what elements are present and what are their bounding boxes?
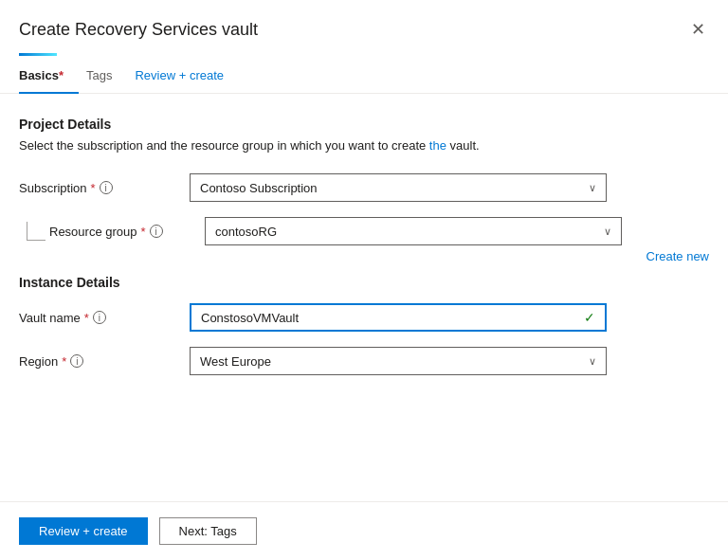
resource-group-label: Resource group * i bbox=[49, 225, 163, 239]
vault-name-group: Vault name * i ConstosoVMVault ✓ bbox=[19, 303, 709, 332]
region-group: Region * i West Europe ∨ bbox=[19, 347, 709, 375]
vault-name-info-icon[interactable]: i bbox=[93, 311, 106, 324]
region-dropdown[interactable]: West Europe ∨ bbox=[190, 347, 607, 375]
vault-name-label: Vault name * i bbox=[19, 311, 190, 325]
tree-connector bbox=[27, 222, 46, 241]
create-vault-dialog: Create Recovery Services vault ✕ Basics*… bbox=[0, 0, 728, 560]
tab-basics[interactable]: Basics* bbox=[19, 61, 79, 94]
resource-group-required: * bbox=[141, 225, 146, 239]
region-label: Region * i bbox=[19, 354, 190, 369]
resource-group-dropdown[interactable]: contosoRG ∨ bbox=[205, 217, 622, 245]
resource-group-info-icon[interactable]: i bbox=[150, 225, 163, 238]
region-required: * bbox=[62, 354, 66, 369]
instance-details-title: Instance Details bbox=[19, 275, 709, 290]
review-create-button[interactable]: Review + create bbox=[19, 517, 148, 545]
region-chevron-icon: ∨ bbox=[589, 355, 596, 368]
subscription-group: Subscription * i Contoso Subscription ∨ bbox=[19, 173, 709, 202]
tab-review-create[interactable]: Review + create bbox=[135, 61, 239, 94]
dialog-title: Create Recovery Services vault bbox=[19, 20, 258, 40]
subscription-info-icon[interactable]: i bbox=[100, 181, 113, 194]
resource-group-chevron-icon: ∨ bbox=[604, 226, 611, 238]
subscription-required: * bbox=[91, 181, 96, 195]
tree-indent: Resource group * i bbox=[19, 222, 190, 241]
subscription-dropdown[interactable]: Contoso Subscription ∨ bbox=[190, 173, 607, 202]
tab-tags[interactable]: Tags bbox=[86, 61, 127, 94]
accent-line bbox=[19, 53, 57, 56]
subscription-chevron-icon: ∨ bbox=[589, 182, 596, 194]
tab-bar: Basics* Tags Review + create bbox=[0, 60, 728, 94]
create-new-link[interactable]: Create new bbox=[19, 249, 709, 263]
project-details-desc: Select the subscription and the resource… bbox=[19, 137, 709, 154]
region-info-icon[interactable]: i bbox=[70, 354, 83, 368]
basics-asterisk: * bbox=[59, 68, 64, 82]
subscription-label: Subscription * i bbox=[19, 181, 190, 195]
resource-group-group: Resource group * i contosoRG ∨ bbox=[19, 217, 709, 245]
main-content: Project Details Select the subscription … bbox=[0, 94, 728, 501]
vault-name-check-icon: ✓ bbox=[584, 310, 595, 325]
vault-name-input[interactable]: ConstosoVMVault ✓ bbox=[190, 303, 607, 332]
instance-details-section: Instance Details Vault name * i Constoso… bbox=[19, 275, 709, 375]
dialog-header: Create Recovery Services vault ✕ bbox=[0, 0, 728, 53]
close-button[interactable]: ✕ bbox=[687, 15, 709, 44]
project-details-title: Project Details bbox=[19, 117, 709, 132]
dialog-footer: Review + create Next: Tags bbox=[0, 501, 728, 560]
vault-name-required: * bbox=[84, 311, 89, 325]
next-tags-button[interactable]: Next: Tags bbox=[159, 517, 257, 545]
